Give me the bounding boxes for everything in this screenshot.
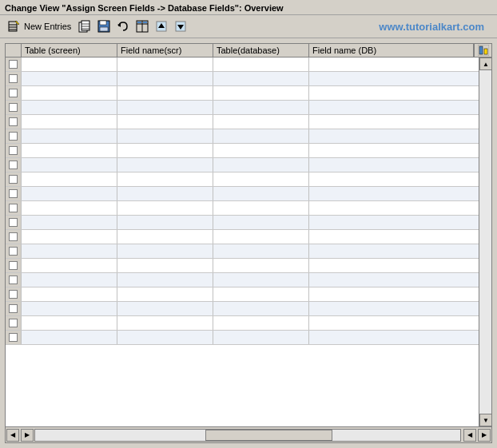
row-selector[interactable] (6, 101, 22, 114)
cell-field-name-db[interactable] (309, 57, 491, 71)
cell-field-name-db[interactable] (309, 86, 491, 100)
cell-field-name-db[interactable] (309, 259, 491, 272)
cell-table-screen[interactable] (22, 144, 117, 157)
cell-table-screen[interactable] (22, 101, 117, 114)
row-selector[interactable] (6, 316, 22, 330)
cell-table-screen[interactable] (22, 172, 117, 186)
table-row[interactable] (6, 187, 491, 201)
row-selector-checkbox[interactable] (9, 89, 18, 97)
row-selector-checkbox[interactable] (9, 204, 18, 212)
horizontal-scrollbar[interactable]: ◀ ▶ ◀ ▶ (6, 426, 491, 442)
h-scroll-thumb[interactable] (205, 430, 333, 441)
cell-field-name-scr[interactable] (117, 158, 213, 172)
cell-table-screen[interactable] (22, 129, 117, 143)
cell-field-name-db[interactable] (309, 201, 491, 215)
table-row[interactable] (6, 115, 491, 129)
cell-field-name-db[interactable] (309, 115, 491, 129)
cell-field-name-db[interactable] (309, 158, 491, 172)
new-entries-label[interactable]: New Entries (24, 22, 71, 31)
cell-table-database[interactable] (213, 86, 309, 100)
scroll-track[interactable] (479, 70, 491, 414)
cell-table-screen[interactable] (22, 302, 117, 315)
cell-field-name-db[interactable] (309, 216, 491, 229)
cell-table-database[interactable] (213, 57, 309, 71)
cell-table-database[interactable] (213, 259, 309, 272)
table-row[interactable] (6, 273, 491, 287)
row-selector-checkbox[interactable] (9, 60, 18, 69)
scroll-right-arrow-2[interactable]: ▶ (478, 429, 491, 442)
table-row[interactable] (6, 172, 491, 187)
cell-table-screen[interactable] (22, 187, 117, 200)
cell-field-name-scr[interactable] (117, 316, 213, 330)
cell-table-database[interactable] (213, 216, 309, 229)
row-selector[interactable] (6, 331, 22, 344)
cell-field-name-scr[interactable] (117, 115, 213, 129)
row-selector[interactable] (6, 259, 22, 272)
table-row[interactable] (6, 316, 491, 331)
cell-table-database[interactable] (213, 244, 309, 258)
cell-field-name-db[interactable] (309, 72, 491, 85)
cell-field-name-scr[interactable] (117, 259, 213, 272)
table-icon-btn[interactable] (133, 18, 151, 35)
cell-table-database[interactable] (213, 331, 309, 344)
row-selector[interactable] (6, 129, 22, 143)
cell-field-name-db[interactable] (309, 302, 491, 315)
cell-field-name-scr[interactable] (117, 86, 213, 100)
cell-field-name-scr[interactable] (117, 201, 213, 215)
row-selector[interactable] (6, 158, 22, 172)
cell-field-name-db[interactable] (309, 273, 491, 287)
cell-field-name-db[interactable] (309, 244, 491, 258)
row-selector-checkbox[interactable] (9, 218, 18, 227)
table-row[interactable] (6, 331, 491, 345)
table-row[interactable] (6, 216, 491, 230)
cell-table-database[interactable] (213, 115, 309, 129)
cell-table-database[interactable] (213, 273, 309, 287)
row-selector[interactable] (6, 187, 22, 200)
cell-table-database[interactable] (213, 158, 309, 172)
row-selector[interactable] (6, 201, 22, 215)
table-row[interactable] (6, 287, 491, 302)
cell-table-database[interactable] (213, 302, 309, 315)
cell-table-database[interactable] (213, 316, 309, 330)
cell-field-name-db[interactable] (309, 230, 491, 244)
table-row[interactable] (6, 201, 491, 216)
scroll-right-arrow[interactable]: ▶ (21, 429, 34, 442)
cell-table-database[interactable] (213, 129, 309, 143)
table-row[interactable] (6, 57, 491, 72)
row-selector-checkbox[interactable] (9, 117, 18, 126)
row-selector[interactable] (6, 144, 22, 157)
undo-icon-btn[interactable] (114, 18, 132, 35)
row-selector-checkbox[interactable] (9, 189, 18, 198)
row-selector[interactable] (6, 86, 22, 100)
cell-field-name-scr[interactable] (117, 230, 213, 244)
cell-table-screen[interactable] (22, 115, 117, 129)
scroll-up-arrow[interactable]: ▲ (479, 57, 491, 70)
vertical-scrollbar[interactable]: ▲ ▼ (479, 57, 491, 426)
cell-field-name-scr[interactable] (117, 273, 213, 287)
cell-table-screen[interactable] (22, 244, 117, 258)
cell-table-database[interactable] (213, 201, 309, 215)
row-selector-checkbox[interactable] (9, 161, 18, 169)
cell-table-screen[interactable] (22, 216, 117, 229)
cell-table-screen[interactable] (22, 72, 117, 85)
move-down-icon-btn[interactable] (172, 18, 189, 35)
row-selector[interactable] (6, 273, 22, 287)
row-selector-checkbox[interactable] (9, 333, 18, 342)
table-row[interactable] (6, 86, 491, 101)
table-row[interactable] (6, 101, 491, 115)
table-row[interactable] (6, 144, 491, 158)
row-selector-checkbox[interactable] (9, 319, 18, 327)
cell-table-screen[interactable] (22, 273, 117, 287)
row-selector[interactable] (6, 216, 22, 229)
row-selector-checkbox[interactable] (9, 175, 18, 184)
cell-field-name-scr[interactable] (117, 331, 213, 344)
row-selector-checkbox[interactable] (9, 290, 18, 299)
cell-field-name-db[interactable] (309, 172, 491, 186)
move-up-icon-btn[interactable] (153, 18, 170, 35)
cell-table-database[interactable] (213, 101, 309, 114)
table-row[interactable] (6, 259, 491, 273)
cell-table-database[interactable] (213, 230, 309, 244)
row-selector-checkbox[interactable] (9, 261, 18, 270)
row-selector[interactable] (6, 57, 22, 71)
scroll-left-arrow[interactable]: ◀ (6, 429, 19, 442)
